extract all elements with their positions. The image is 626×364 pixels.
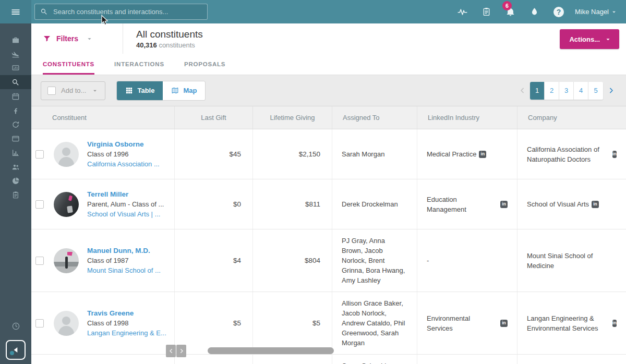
linkedin-icon[interactable]: in — [612, 151, 617, 158]
linkedin-icon[interactable]: in — [500, 320, 508, 327]
pointer-widget-button[interactable] — [6, 340, 26, 360]
actions-label: Actions... — [569, 35, 600, 43]
search-icon — [11, 78, 20, 87]
chevron-right-icon — [607, 87, 615, 94]
sidebar-item-calendar[interactable] — [0, 89, 31, 103]
actions-button[interactable]: Actions... — [560, 29, 619, 49]
tab-bar: CONSTITUENTSINTERACTIONSPROPOSALS — [31, 54, 626, 75]
company-cell: School of Visual Artsin — [517, 179, 626, 229]
add-to-label: Add to... — [61, 87, 86, 94]
help-button[interactable]: ? — [547, 0, 571, 23]
sidebar-item-chart-box[interactable] — [0, 61, 31, 75]
sidebar-item-bar-chart[interactable] — [0, 145, 31, 160]
row-checkbox[interactable] — [35, 257, 44, 265]
row-checkbox[interactable] — [35, 319, 44, 327]
assigned-to-cell: Sarah Morgan — [332, 129, 417, 179]
column-header[interactable]: Lifetime Giving — [253, 106, 332, 129]
page-title: All constituents — [136, 28, 203, 40]
sidebar-item-card[interactable] — [0, 131, 31, 145]
sidebar-item-airplane[interactable] — [0, 47, 31, 61]
avatar — [54, 248, 79, 273]
page-subtitle: 40,316 constituents — [136, 41, 203, 49]
tab-proposals[interactable]: PROPOSALS — [184, 54, 225, 75]
constituent-name-link[interactable]: Terrell Miller — [87, 189, 164, 199]
column-header[interactable]: Constituent — [31, 106, 175, 129]
sidebar-item-briefcase[interactable] — [0, 33, 31, 47]
table-view-button[interactable]: Table — [117, 81, 163, 100]
page-5-button[interactable]: 5 — [588, 82, 603, 100]
search-input[interactable] — [52, 7, 202, 16]
filters-label: Filters — [56, 34, 78, 43]
table-view-label: Table — [137, 87, 154, 94]
last-gift-cell: $45 — [175, 129, 253, 179]
map-view-button[interactable]: Map — [163, 81, 205, 100]
constituent-org-link[interactable]: California Association ... — [87, 159, 160, 169]
sidebar-footer — [0, 322, 31, 364]
column-header[interactable]: Company — [517, 106, 626, 129]
sidebar-item-clipboard[interactable] — [0, 188, 31, 202]
user-name: Mike Nagel — [575, 8, 609, 16]
row-checkbox[interactable] — [35, 150, 44, 159]
user-menu[interactable]: Mike Nagel — [571, 0, 626, 23]
sidebar-item-users[interactable] — [0, 160, 31, 174]
linkedin-icon[interactable]: in — [612, 320, 617, 327]
page-2-button[interactable]: 2 — [545, 82, 559, 100]
column-header[interactable]: Assigned To — [332, 106, 417, 129]
constituent-name-link[interactable]: Virginia Osborne — [87, 139, 160, 149]
map-icon — [171, 87, 179, 94]
clipboard-button[interactable] — [475, 0, 499, 23]
linkedin-industry-cell: Medical Practicein — [417, 129, 517, 179]
filters-button[interactable]: Filters — [31, 34, 123, 43]
scrollbar-thumb[interactable] — [208, 347, 334, 354]
linkedin-icon[interactable]: in — [479, 151, 486, 158]
tab-interactions[interactable]: INTERACTIONS — [114, 54, 164, 75]
column-header[interactable]: Last Gift — [175, 106, 253, 129]
page-1-button[interactable]: 1 — [530, 82, 545, 100]
sidebar-item-refresh[interactable] — [0, 117, 31, 131]
linkedin-icon[interactable]: in — [592, 201, 599, 208]
lifetime-giving-cell: $811 — [253, 179, 332, 229]
flame-button[interactable] — [523, 0, 547, 23]
constituent-text: Terrell Miller Parent, Alum - Class of .… — [87, 189, 168, 219]
global-search[interactable] — [34, 4, 208, 20]
constituent-org-link[interactable]: Langan Engineering & E... — [87, 328, 166, 338]
clock-button[interactable] — [11, 322, 20, 331]
page-4-button[interactable]: 4 — [574, 82, 588, 100]
page-3-button[interactable]: 3 — [559, 82, 574, 100]
constituent-name-link[interactable]: Manuel Dunn, M.D. — [87, 246, 161, 256]
add-to-button[interactable]: Add to... — [41, 81, 105, 100]
sidebar-item-pie-chart[interactable] — [0, 174, 31, 188]
scroll-left-button[interactable] — [166, 345, 176, 357]
constituent-text: Travis Greene Class of 1998 Langan Engin… — [87, 308, 171, 338]
table-body: Virginia Osborne Class of 1996 Californi… — [31, 129, 626, 364]
constituent-subtitle: Class of 1996 — [87, 149, 160, 159]
column-header[interactable]: LinkedIn Industry — [417, 106, 517, 129]
activity-button[interactable] — [451, 0, 475, 23]
next-page-button[interactable] — [603, 82, 619, 100]
last-gift-cell: $0 — [175, 179, 253, 229]
hamburger-menu-button[interactable] — [0, 0, 31, 23]
sidebar-item-facebook[interactable] — [0, 103, 31, 117]
chevron-right-icon — [178, 348, 185, 354]
view-toggle: Table Map — [117, 81, 205, 100]
chevron-down-icon — [86, 35, 93, 43]
previous-page-button[interactable] — [514, 82, 530, 100]
constituent-name-link[interactable]: Travis Greene — [87, 308, 166, 318]
table-row[interactable]: Manuel Dunn, M.D. Class of 1987 Mount Si… — [31, 229, 626, 292]
table-row[interactable]: Virginia Osborne Class of 1996 Californi… — [31, 129, 626, 179]
tab-constituents[interactable]: CONSTITUENTS — [43, 54, 94, 75]
row-checkbox[interactable] — [35, 200, 44, 209]
linkedin-icon[interactable]: in — [500, 201, 508, 208]
scroll-right-button[interactable] — [176, 345, 186, 357]
constituent-org-link[interactable]: Mount Sinai School of ... — [87, 265, 161, 275]
clipboard-icon — [11, 191, 20, 199]
table-row[interactable]: Terrell Miller Parent, Alum - Class of .… — [31, 179, 626, 229]
lifetime-giving-cell: $804 — [253, 229, 332, 292]
page-numbers: 12345 — [530, 82, 603, 100]
constituent-org-link[interactable]: School of Visual Arts | ... — [87, 209, 164, 219]
sidebar-nav — [0, 23, 31, 202]
bell-button[interactable]: 6 — [499, 0, 523, 23]
sidebar — [0, 23, 31, 364]
sidebar-item-search[interactable] — [0, 75, 31, 89]
select-all-checkbox[interactable] — [47, 87, 56, 95]
